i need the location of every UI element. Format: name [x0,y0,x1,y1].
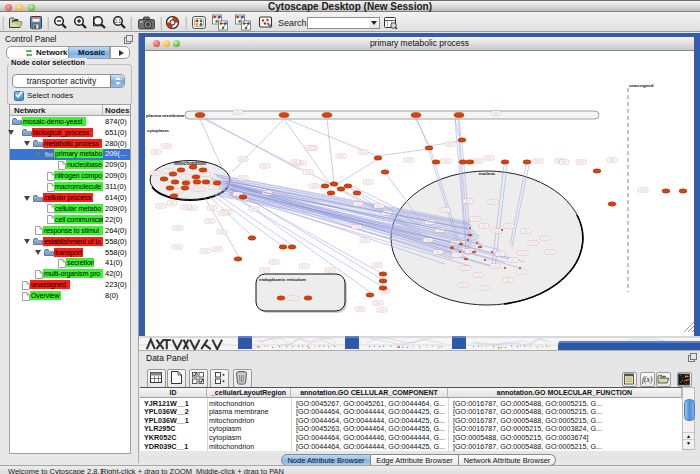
svg-text:nucleus: nucleus [479,171,496,176]
svg-text:endoplasmic reticulum: endoplasmic reticulum [259,277,306,282]
svg-text:cytoplasm: cytoplasm [147,128,169,133]
svg-text:mitochondrion: mitochondrion [174,161,206,166]
svg-text:plasma membrane: plasma membrane [146,113,185,118]
svg-text:unassigned: unassigned [629,83,654,88]
svg-text:f(x): f(x) [642,375,653,384]
svg-text:1:1: 1:1 [115,19,122,24]
